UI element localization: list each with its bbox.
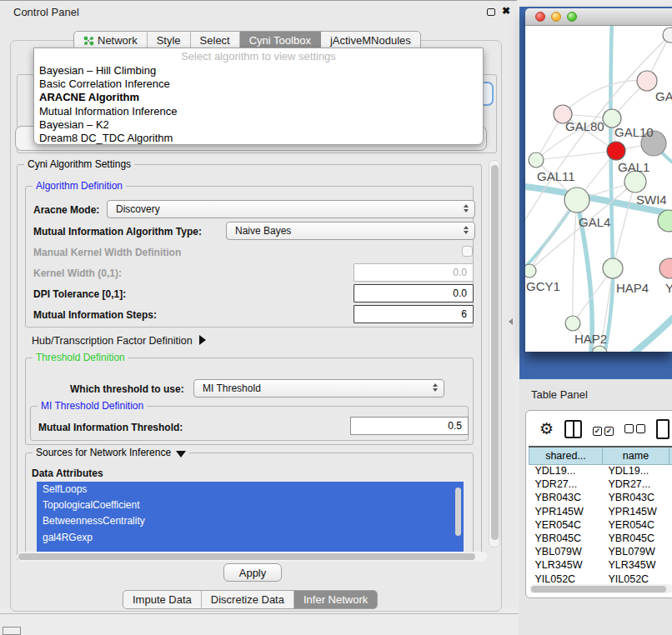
kernel-width-label: Kernel Width (0,1): [33,268,122,279]
vertical-scrollbar-thumb[interactable] [491,165,499,540]
tab-infer-network[interactable]: Infer Network [294,591,377,608]
spinner-arrows-icon [464,204,469,212]
algorithm-option[interactable]: Bayesian – Hill Climbing [34,64,483,78]
network-canvas[interactable]: GAL GAL80 GAL10 GAL11 GAL1 SWI4 GAL4 GCY… [525,26,672,352]
column-header[interactable]: shared... [529,447,603,464]
algorithm-option[interactable]: Bayesian – K2 [34,118,483,132]
float-panel-icon[interactable] [487,8,495,16]
column-header[interactable]: name [603,447,669,464]
tab-cyni-toolbox[interactable]: Cyni Toolbox [240,32,321,49]
node-label: GAL4 [579,215,610,229]
which-threshold-combo[interactable]: MI Threshold [193,379,444,398]
mi-type-combo[interactable]: Naive Bayes [226,222,475,240]
tab-select[interactable]: Select [191,32,240,49]
gear-icon[interactable]: ⚙ [539,422,554,437]
tab-impute-data[interactable]: Impute Data [123,591,202,608]
sources-title-label: Sources for Network Inference [36,447,171,458]
table-header-row: shared... name A [529,447,672,464]
node-label: HAP4 [616,281,649,295]
mi-steps-input[interactable]: 6 [354,305,474,323]
deselect-all-columns-button[interactable] [624,422,645,437]
table-row[interactable]: YDL19...YDL19...13 [529,464,672,478]
algorithm-dropdown-popup: Select algorithm to view settings Bayesi… [33,48,484,145]
aracne-mode-combo[interactable]: Discovery [107,200,475,218]
table-row[interactable]: YLR345WYLR345W9. [529,558,672,572]
bottom-tab-bar: Impute Data Discretize Data Infer Networ… [123,590,378,609]
bottom-divider [0,613,519,614]
settings-horizontal-scrollbar[interactable] [17,552,487,562]
new-table-icon[interactable] [656,419,669,439]
mi-type-label: Mutual Information Algorithm Type: [33,226,202,238]
network-icon [83,36,94,46]
table-horizontal-scrollbar[interactable] [529,584,672,593]
control-panel: Control Panel ✖ Network Style Select Cyn… [0,0,517,608]
minimize-window-icon[interactable] [551,12,561,22]
network-view-window[interactable]: GAL GAL80 GAL10 GAL11 GAL1 SWI4 GAL4 GCY… [525,8,672,352]
algorithm-option-selected[interactable]: ARACNE Algorithm [34,91,483,104]
algorithm-definition-title: Algorithm Definition [33,180,126,192]
algorithm-option[interactable]: Basic Correlation Inference [34,78,483,91]
dpi-tolerance-label: DPI Tolerance [0,1]: [33,288,126,300]
hub-definition-toggle[interactable]: Hub/Transcription Factor Definition [32,332,206,348]
select-all-columns-button[interactable]: ✓✓ [593,422,614,437]
node-label: SWI4 [636,192,667,207]
sources-title[interactable]: Sources for Network Inference [33,447,189,458]
node-label: GCY1 [526,279,560,293]
zoom-window-icon[interactable] [567,12,577,22]
table-row[interactable]: YDR27...YDR27...12 [529,478,672,491]
split-columns-icon[interactable] [564,420,582,438]
attribute-item-selected[interactable]: BetweennessCentrality [37,513,464,529]
close-window-icon[interactable] [535,12,545,22]
node-label: Y [665,281,672,295]
algorithm-option[interactable]: Mutual Information Inference [34,105,483,118]
splitter-collapse-icon[interactable] [509,318,513,325]
table-panel-title: Table Panel [531,388,588,401]
table-row[interactable]: YBR045CYBR045C9. [529,532,672,545]
kernel-width-input[interactable]: 0.0 [354,263,474,282]
attribute-item-selected[interactable]: gal4RGexp [37,530,464,546]
close-panel-icon[interactable]: ✖ [502,5,510,17]
collapsed-arrow-icon [199,335,206,345]
manual-kernel-label: Manual Kernel Width Definition [33,247,181,258]
settings-vertical-scrollbar[interactable] [489,160,500,548]
table-row[interactable]: YER054CYER054C8. [529,518,672,532]
table-panel: Table Panel ⚙ ✓✓ shared... name A YDL19.… [519,379,672,635]
node-label: GAL80 [565,119,604,133]
table-row[interactable]: YPR145WYPR145W9. [529,505,672,518]
threshold-definition-title: Threshold Definition [33,352,128,363]
node-label: GAL1 [618,160,649,174]
expanded-arrow-icon [176,451,186,458]
network-window-titlebar[interactable] [525,8,672,26]
data-attributes-label: Data Attributes [32,468,103,479]
dock-panel-button-clipped[interactable] [3,627,21,635]
algorithm-option[interactable]: Dream8 DC_TDC Algorithm [34,132,483,145]
attribute-item-selected[interactable]: TopologicalCoefficient [37,498,464,513]
table-row[interactable]: YBR043CYBR043C [529,491,672,504]
table-scrollbar-thumb[interactable] [531,586,666,592]
horizontal-scrollbar-thumb[interactable] [18,553,475,560]
which-threshold-value: MI Threshold [203,382,261,394]
tab-discretize-data[interactable]: Discretize Data [202,591,294,608]
mi-threshold-input[interactable]: 0.5 [350,417,469,435]
node-label: GAL10 [614,125,654,139]
node-table[interactable]: shared... name A YDL19...YDL19...13 YDR2… [529,446,672,586]
mi-steps-label: Mutual Information Steps: [33,309,157,321]
column-header[interactable]: A [669,447,672,464]
attribute-item-selected[interactable]: SelfLoops [37,482,464,498]
data-attributes-list[interactable]: SelfLoops TopologicalCoefficient Between… [37,482,464,552]
spinner-arrows-icon [433,383,438,392]
node-label: GAL [655,89,672,103]
tab-style[interactable]: Style [148,32,191,49]
mi-threshold-label: Mutual Information Threshold: [38,422,183,433]
mi-type-value: Naive Bayes [235,225,291,237]
table-row[interactable]: YBL079WYBL079W [529,545,672,558]
aracne-mode-label: Aracne Mode: [33,204,99,216]
dpi-tolerance-input[interactable]: 0.0 [354,284,474,302]
tab-jactivemnodules[interactable]: jActiveMNodules [321,32,420,49]
node-label: HAP2 [574,332,607,346]
node-label: GAL11 [537,169,575,183]
apply-button[interactable]: Apply [223,563,282,582]
list-scrollbar-thumb[interactable] [455,488,461,536]
manual-kernel-checkbox[interactable] [462,246,473,257]
tab-network[interactable]: Network [74,32,148,49]
